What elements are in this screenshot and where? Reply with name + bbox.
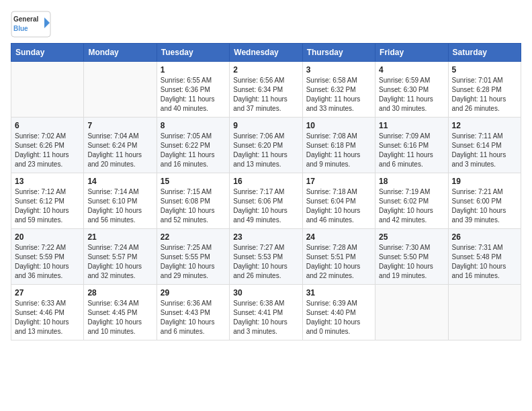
logo-svg: General Blue [11,11,51,38]
day-number: 8 [161,121,226,130]
calendar-cell: 14Sunrise: 7:14 AMSunset: 6:10 PMDayligh… [84,173,157,229]
weekday-header: Thursday [302,44,375,62]
calendar-cell: 3Sunrise: 6:58 AMSunset: 6:32 PMDaylight… [302,62,375,118]
day-number: 1 [161,65,226,75]
day-detail: Sunrise: 7:06 AMSunset: 6:20 PMDaylight:… [233,132,298,169]
day-number: 21 [87,232,152,242]
weekday-header: Monday [84,44,157,62]
day-detail: Sunrise: 7:24 AMSunset: 5:57 PMDaylight:… [87,243,152,281]
day-detail: Sunrise: 6:33 AMSunset: 4:46 PMDaylight:… [15,299,80,336]
svg-text:Blue: Blue [13,25,28,32]
day-detail: Sunrise: 7:21 AMSunset: 6:00 PMDaylight:… [452,187,517,225]
svg-text:General: General [13,15,38,23]
day-detail: Sunrise: 6:59 AMSunset: 6:30 PMDaylight:… [379,76,444,113]
day-number: 13 [15,177,80,186]
calendar-cell [375,285,448,340]
weekday-header: Wednesday [230,44,302,62]
calendar-cell: 12Sunrise: 7:11 AMSunset: 6:14 PMDayligh… [448,118,521,173]
calendar-cell: 18Sunrise: 7:19 AMSunset: 6:02 PMDayligh… [375,173,448,229]
calendar-cell [448,285,521,340]
calendar-cell: 2Sunrise: 6:56 AMSunset: 6:34 PMDaylight… [230,62,302,118]
page-header: General Blue [11,11,521,38]
calendar-cell: 27Sunrise: 6:33 AMSunset: 4:46 PMDayligh… [11,285,84,340]
day-detail: Sunrise: 7:09 AMSunset: 6:16 PMDaylight:… [379,132,444,169]
day-detail: Sunrise: 7:25 AMSunset: 5:55 PMDaylight:… [161,243,226,281]
calendar-cell: 10Sunrise: 7:08 AMSunset: 6:18 PMDayligh… [302,118,375,173]
calendar-cell: 22Sunrise: 7:25 AMSunset: 5:55 PMDayligh… [157,229,229,285]
day-detail: Sunrise: 7:27 AMSunset: 5:53 PMDaylight:… [233,243,298,281]
day-number: 30 [233,288,298,298]
day-detail: Sunrise: 7:22 AMSunset: 5:59 PMDaylight:… [15,243,80,281]
calendar-cell: 9Sunrise: 7:06 AMSunset: 6:20 PMDaylight… [230,118,302,173]
day-detail: Sunrise: 7:19 AMSunset: 6:02 PMDaylight:… [379,187,444,225]
day-detail: Sunrise: 7:12 AMSunset: 6:12 PMDaylight:… [15,187,80,225]
day-number: 11 [379,121,444,130]
day-detail: Sunrise: 6:58 AMSunset: 6:32 PMDaylight:… [306,76,371,113]
calendar-cell: 24Sunrise: 7:28 AMSunset: 5:51 PMDayligh… [302,229,375,285]
day-number: 22 [161,232,226,242]
calendar-cell [11,62,84,118]
calendar-cell: 5Sunrise: 7:01 AMSunset: 6:28 PMDaylight… [448,62,521,118]
day-detail: Sunrise: 6:55 AMSunset: 6:36 PMDaylight:… [161,76,226,113]
day-number: 28 [87,288,152,298]
calendar-cell: 29Sunrise: 6:36 AMSunset: 4:43 PMDayligh… [157,285,229,340]
calendar-week-row: 13Sunrise: 7:12 AMSunset: 6:12 PMDayligh… [11,173,521,229]
day-detail: Sunrise: 7:02 AMSunset: 6:26 PMDaylight:… [15,132,80,169]
weekday-header: Saturday [448,44,521,62]
calendar-cell: 25Sunrise: 7:30 AMSunset: 5:50 PMDayligh… [375,229,448,285]
logo: General Blue [11,11,51,38]
calendar-week-row: 1Sunrise: 6:55 AMSunset: 6:36 PMDaylight… [11,62,521,118]
day-number: 16 [233,177,298,186]
calendar-cell: 30Sunrise: 6:38 AMSunset: 4:41 PMDayligh… [230,285,302,340]
day-number: 5 [452,65,517,75]
weekday-header: Sunday [11,44,84,62]
weekday-header: Friday [375,44,448,62]
day-number: 23 [233,232,298,242]
calendar-cell: 8Sunrise: 7:05 AMSunset: 6:22 PMDaylight… [157,118,229,173]
calendar-cell: 1Sunrise: 6:55 AMSunset: 6:36 PMDaylight… [157,62,229,118]
calendar-week-row: 20Sunrise: 7:22 AMSunset: 5:59 PMDayligh… [11,229,521,285]
day-number: 25 [379,232,444,242]
day-number: 2 [233,65,298,75]
calendar-cell: 4Sunrise: 6:59 AMSunset: 6:30 PMDaylight… [375,62,448,118]
day-detail: Sunrise: 7:18 AMSunset: 6:04 PMDaylight:… [306,187,371,225]
weekday-header: Tuesday [157,44,229,62]
calendar-week-row: 27Sunrise: 6:33 AMSunset: 4:46 PMDayligh… [11,285,521,340]
calendar-cell: 23Sunrise: 7:27 AMSunset: 5:53 PMDayligh… [230,229,302,285]
day-number: 27 [15,288,80,298]
calendar-cell: 15Sunrise: 7:15 AMSunset: 6:08 PMDayligh… [157,173,229,229]
day-detail: Sunrise: 6:56 AMSunset: 6:34 PMDaylight:… [233,76,298,113]
calendar-cell [84,62,157,118]
day-number: 29 [161,288,226,298]
day-number: 24 [306,232,371,242]
calendar-table: SundayMondayTuesdayWednesdayThursdayFrid… [11,43,521,340]
day-detail: Sunrise: 7:28 AMSunset: 5:51 PMDaylight:… [306,243,371,281]
day-number: 31 [306,288,371,298]
day-number: 7 [87,121,152,130]
day-detail: Sunrise: 7:17 AMSunset: 6:06 PMDaylight:… [233,187,298,225]
calendar-cell: 21Sunrise: 7:24 AMSunset: 5:57 PMDayligh… [84,229,157,285]
day-detail: Sunrise: 6:38 AMSunset: 4:41 PMDaylight:… [233,299,298,336]
weekday-header-row: SundayMondayTuesdayWednesdayThursdayFrid… [11,44,521,62]
day-number: 19 [452,177,517,186]
day-number: 17 [306,177,371,186]
calendar-cell: 19Sunrise: 7:21 AMSunset: 6:00 PMDayligh… [448,173,521,229]
calendar-cell: 26Sunrise: 7:31 AMSunset: 5:48 PMDayligh… [448,229,521,285]
calendar-cell: 7Sunrise: 7:04 AMSunset: 6:24 PMDaylight… [84,118,157,173]
day-detail: Sunrise: 7:15 AMSunset: 6:08 PMDaylight:… [161,187,226,225]
calendar-cell: 28Sunrise: 6:34 AMSunset: 4:45 PMDayligh… [84,285,157,340]
day-number: 12 [452,121,517,130]
day-detail: Sunrise: 7:08 AMSunset: 6:18 PMDaylight:… [306,132,371,169]
day-number: 3 [306,65,371,75]
day-detail: Sunrise: 7:14 AMSunset: 6:10 PMDaylight:… [87,187,152,225]
calendar-cell: 16Sunrise: 7:17 AMSunset: 6:06 PMDayligh… [230,173,302,229]
calendar-cell: 20Sunrise: 7:22 AMSunset: 5:59 PMDayligh… [11,229,84,285]
calendar-cell: 6Sunrise: 7:02 AMSunset: 6:26 PMDaylight… [11,118,84,173]
calendar-cell: 17Sunrise: 7:18 AMSunset: 6:04 PMDayligh… [302,173,375,229]
day-detail: Sunrise: 7:11 AMSunset: 6:14 PMDaylight:… [452,132,517,169]
day-number: 6 [15,121,80,130]
day-number: 26 [452,232,517,242]
day-number: 4 [379,65,444,75]
calendar-cell: 13Sunrise: 7:12 AMSunset: 6:12 PMDayligh… [11,173,84,229]
day-number: 20 [15,232,80,242]
